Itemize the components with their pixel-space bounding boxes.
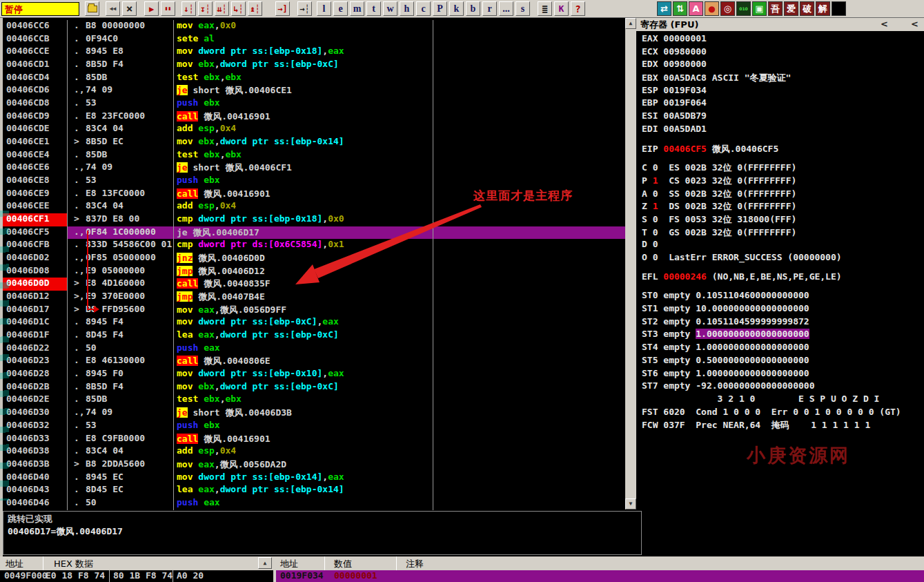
disasm-address[interactable]: 00406D02 <box>3 252 68 265</box>
pause-button[interactable]: ▮▮ <box>161 1 175 16</box>
disasm-row[interactable]: 00406D1C.8945 F4mov dword ptr ss:[ebp-0x… <box>3 316 625 329</box>
disasm-address[interactable]: 00406D46 <box>3 497 68 510</box>
disasm-row[interactable]: 00406D23.E8 46130000call 微风.0040806E <box>3 355 625 368</box>
disasm-address[interactable]: 00406CFB <box>3 239 68 252</box>
view-letter-button-m[interactable]: m <box>350 1 364 16</box>
disasm-row[interactable]: 00406D2E.85DBtest ebx,ebx <box>3 394 625 407</box>
disasm-row[interactable]: 00406D3B>B8 2DDA5600mov eax,微风.0056DA2D <box>3 458 625 472</box>
view-letter-button-r[interactable]: r <box>482 1 497 16</box>
register-row[interactable]: P 1 CS 0023 32位 0(FFFFFFFF) <box>642 175 924 188</box>
register-row[interactable]: EFL 00000246 (NO,NB,E,BE,NS,PE,GE,LE) <box>642 271 924 284</box>
register-row[interactable]: EAX 00000001 <box>642 33 924 46</box>
disasm-address[interactable]: 00406D12 <box>3 291 68 304</box>
disasm-row[interactable]: 00406D1F.8D45 F4lea eax,dword ptr ss:[eb… <box>3 329 625 342</box>
register-row[interactable]: ST5 empty 0.5000000000000000000 <box>642 355 924 368</box>
disasm-row[interactable]: 00406CE4.85DBtest ebx,ebx <box>3 149 625 162</box>
animate-over-button[interactable]: ↳┆ <box>231 1 246 16</box>
register-row[interactable]: T 0 GS 002B 32位 0(FFFFFFFF) <box>642 226 924 240</box>
help-button[interactable]: ? <box>571 1 585 16</box>
disasm-address[interactable]: 00406CE4 <box>3 149 68 162</box>
disasm-address[interactable]: 00406CDE <box>3 123 68 136</box>
plugin-wu-icon[interactable]: 吾 <box>768 1 783 16</box>
disasm-row[interactable]: 00406D43.8D45 EClea eax,dword ptr ss:[eb… <box>3 484 625 497</box>
register-row[interactable]: ESP 0019F034 <box>642 85 924 98</box>
disasm-row[interactable]: 00406D22.50push eax <box>3 342 625 356</box>
plugin-window-icon[interactable]: ▣ <box>752 1 767 16</box>
plugin-binary-icon[interactable]: 010 <box>736 1 751 16</box>
disasm-address[interactable]: 00406D0D <box>3 278 68 291</box>
disasm-address[interactable]: 00406D1F <box>3 329 68 342</box>
disasm-row[interactable]: 00406CCB.0F94C0sete al <box>3 33 625 46</box>
disasm-row[interactable]: 00406CC6.B8 00000000mov eax,0x0 <box>3 20 625 33</box>
disasm-row[interactable]: 00406CD4.85DBtest ebx,ebx <box>3 72 625 85</box>
patches-view-button[interactable]: K <box>554 1 569 16</box>
view-letter-button-P[interactable]: P <box>433 1 447 16</box>
plugin-swap-icon[interactable]: ⇄ <box>657 1 671 16</box>
view-letter-button-t[interactable]: t <box>366 1 381 16</box>
disasm-address[interactable]: 00406D28 <box>3 368 68 381</box>
view-letter-button-w[interactable]: w <box>383 1 397 16</box>
disasm-row[interactable]: 00406D33.E8 C9FB0000call 微风.00416901 <box>3 433 625 446</box>
disassembly-pane[interactable]: 00406CC6.B8 00000000mov eax,0x000406CCB.… <box>3 18 625 510</box>
disasm-row[interactable]: 00406CF1>837D E8 00cmp dword ptr ss:[ebp… <box>3 213 625 226</box>
register-row[interactable]: D 0 <box>642 239 924 252</box>
disasm-row[interactable]: 00406CDE.83C4 04add esp,0x4 <box>3 123 625 136</box>
disasm-address[interactable]: 00406D08 <box>3 265 68 278</box>
disasm-row[interactable]: 00406D12>,E9 370E0000jmp 微风.00407B4E <box>3 291 625 304</box>
plugin-po-icon[interactable]: 破 <box>800 1 814 16</box>
view-letter-button-c[interactable]: c <box>416 1 431 16</box>
dump-scroll-up-button[interactable]: ▲ <box>258 557 272 569</box>
disasm-address[interactable]: 00406D43 <box>3 484 68 497</box>
scroll-down-button[interactable]: ▼ <box>625 498 636 510</box>
disasm-row[interactable]: 00406D38.83C4 04add esp,0x4 <box>3 445 625 458</box>
stack-row[interactable]: 0019F034 00000001 <box>276 570 924 582</box>
register-row[interactable]: FCW 037F Prec NEAR,64 掩码 1 1 1 1 1 1 <box>642 419 924 432</box>
register-row[interactable]: ST1 empty 10.000000000000000000 <box>642 303 924 316</box>
disasm-address[interactable]: 00406CE6 <box>3 162 68 175</box>
register-row[interactable]: EIP 00406CF5 微风.00406CF5 <box>642 143 924 156</box>
register-row[interactable]: EDI 00A5DAD1 <box>642 124 924 137</box>
register-row[interactable]: ST2 empty 0.1051104599999999872 <box>642 316 924 329</box>
disasm-row[interactable]: 00406D46.50push eax <box>3 497 625 510</box>
disasm-address[interactable]: 00406D33 <box>3 433 68 446</box>
disasm-row[interactable]: 00406D32.53push ebx <box>3 420 625 433</box>
disasm-address[interactable]: 00406CE1 <box>3 136 68 149</box>
disasm-row[interactable]: 00406D30.,74 09je short 微风.00406D3B <box>3 407 625 420</box>
view-letter-button-h[interactable]: h <box>400 1 414 16</box>
disasm-address[interactable]: 00406CE9 <box>3 188 68 201</box>
disasm-address[interactable]: 00406D32 <box>3 420 68 433</box>
disasm-row[interactable]: 00406CE1>8B5D ECmov ebx,dword ptr ss:[eb… <box>3 136 625 149</box>
disasm-address[interactable]: 00406D17 <box>3 304 68 317</box>
trace-button[interactable]: ↨┆ <box>248 1 262 16</box>
disasm-address[interactable]: 00406CD1 <box>3 59 68 72</box>
run-button[interactable]: ▶ <box>144 1 159 16</box>
register-row[interactable] <box>642 284 924 290</box>
disasm-address[interactable]: 00406D23 <box>3 355 68 368</box>
register-row[interactable]: EBX 00A5DAC8 ASCII "冬夏验证" <box>642 72 924 85</box>
register-row[interactable]: ST4 empty 1.0000000000000000000 <box>642 342 924 355</box>
register-row[interactable]: Z 1 DS 002B 32位 0(FFFFFFFF) <box>642 200 924 213</box>
register-row[interactable]: C 0 ES 002B 32位 0(FFFFFFFF) <box>642 162 924 175</box>
register-row[interactable] <box>642 137 924 143</box>
view-letter-button-k[interactable]: k <box>449 1 464 16</box>
register-row[interactable]: ST6 empty 1.0000000000000000000 <box>642 368 924 381</box>
disasm-row[interactable]: 00406CF5.,0F84 1C000000je 微风.00406D17 <box>3 226 625 240</box>
disasm-address[interactable]: 00406D2B <box>3 381 68 394</box>
register-row[interactable]: A 0 SS 002B 32位 0(FFFFFFFF) <box>642 188 924 201</box>
disasm-scrollbar[interactable]: ▲ ▼ <box>625 18 636 510</box>
disasm-address[interactable]: 00406D2E <box>3 394 68 407</box>
disasm-address[interactable]: 00406CD8 <box>3 97 68 110</box>
plugin-target-icon[interactable]: ◎ <box>720 1 735 16</box>
disasm-row[interactable]: 00406CE8.53push ebx <box>3 175 625 188</box>
disasm-address[interactable]: 00406CC6 <box>3 20 68 33</box>
plugin-ball-icon[interactable]: ● <box>705 1 719 16</box>
disasm-address[interactable]: 00406CD9 <box>3 110 68 124</box>
register-row[interactable] <box>642 155 924 162</box>
disasm-address[interactable]: 00406D1C <box>3 316 68 329</box>
disasm-row[interactable]: 00406CD8.53push ebx <box>3 97 625 110</box>
disasm-address[interactable]: 00406CE8 <box>3 175 68 188</box>
close-button[interactable]: × <box>122 1 137 16</box>
disasm-row[interactable]: 00406D17>B8 FFD95600mov eax,微风.0056D9FF <box>3 304 625 317</box>
view-letter-button-e[interactable]: e <box>333 1 348 16</box>
step-over-button[interactable]: ↧┆ <box>198 1 213 16</box>
